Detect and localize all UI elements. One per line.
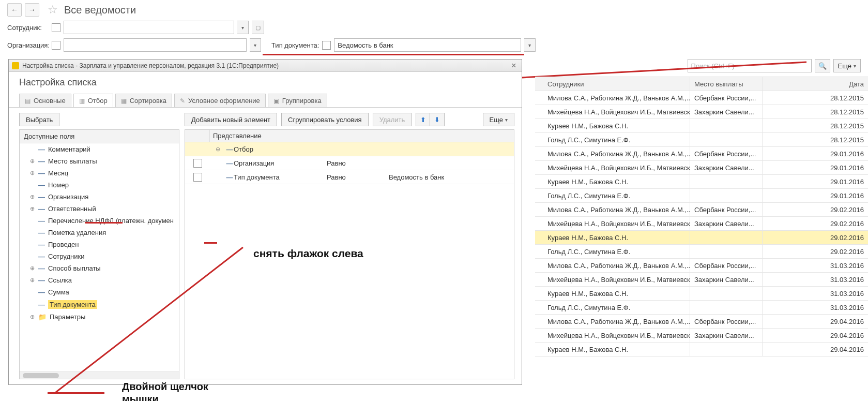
field-item[interactable]: —Тип документа bbox=[20, 298, 179, 311]
field-item[interactable]: —Перечисление НДФЛ (платежн. докумен bbox=[20, 215, 179, 227]
move-up-button[interactable]: ⬆ bbox=[416, 113, 430, 126]
table-row[interactable]: Кураев Н.М., Бажова С.Н.31.03.2016 bbox=[535, 287, 868, 301]
expand-icon[interactable]: ⊕ bbox=[29, 158, 35, 165]
tab-filter[interactable]: ▥Отбор bbox=[73, 94, 113, 107]
expand-icon[interactable]: ⊕ bbox=[29, 314, 35, 320]
favorite-star-icon[interactable]: ☆ bbox=[48, 3, 58, 17]
dialog-title-bar[interactable]: Настройка списка - Зарплата и управление… bbox=[9, 60, 522, 72]
table-row[interactable]: Милова С.А., Работкина Ж.Д., Ваньков А.М… bbox=[535, 259, 868, 273]
cell-date: 28.12.2015 bbox=[763, 119, 868, 132]
search-input[interactable]: Поиск (Ctrl+F) bbox=[688, 59, 812, 72]
horizontal-scrollbar[interactable] bbox=[20, 372, 179, 379]
tab-sort[interactable]: ▦Сортировка bbox=[115, 94, 172, 107]
employee-input[interactable] bbox=[64, 21, 234, 34]
dialog-close-icon[interactable]: × bbox=[509, 61, 519, 70]
field-label: Номер bbox=[48, 181, 69, 189]
add-element-button[interactable]: Добавить новый элемент bbox=[185, 113, 277, 126]
table-row[interactable]: Кураев Н.М., Бажова С.Н.29.04.2016 bbox=[535, 343, 868, 357]
field-item[interactable]: —Сотрудники bbox=[20, 250, 179, 262]
table-row[interactable]: Милова С.А., Работкина Ж.Д., Ваньков А.М… bbox=[535, 91, 868, 105]
expand-icon[interactable]: ⊕ bbox=[29, 194, 35, 200]
table-row[interactable]: Гольд Л.С., Симутина Е.Ф.29.01.2016 bbox=[535, 189, 868, 203]
col-place[interactable]: Место выплаты bbox=[690, 77, 763, 91]
col-date[interactable]: Дата bbox=[763, 77, 868, 91]
field-icon: — bbox=[38, 181, 45, 189]
org-dropdown-icon[interactable]: ▾ bbox=[250, 38, 261, 52]
cell-place: Захаркин Савели... bbox=[690, 329, 763, 342]
cell-date: 31.03.2016 bbox=[763, 259, 868, 272]
doc-type-input[interactable]: Ведомость в банк bbox=[334, 38, 521, 52]
expand-icon[interactable]: ⊕ bbox=[29, 170, 35, 176]
tab-main[interactable]: ▤Основные bbox=[19, 94, 71, 107]
move-down-button[interactable]: ⬇ bbox=[430, 113, 445, 126]
cell-place: Сбербанк России,... bbox=[690, 203, 763, 216]
table-row[interactable]: Милова С.А., Работкина Ж.Д., Ваньков А.М… bbox=[535, 315, 868, 329]
employee-open-icon[interactable]: ▢ bbox=[252, 21, 264, 34]
field-item[interactable]: ⊕📁Параметры bbox=[20, 311, 179, 323]
delete-button[interactable]: Удалить bbox=[373, 113, 412, 126]
expand-icon[interactable]: ⊕ bbox=[29, 265, 35, 272]
field-label: Ответственный bbox=[48, 205, 96, 213]
choose-button[interactable]: Выбрать bbox=[19, 113, 59, 126]
cell-employees: Гольд Л.С., Симутина Е.Ф. bbox=[535, 245, 690, 258]
cell-date: 29.01.2016 bbox=[763, 161, 868, 174]
more-button[interactable]: Еще▾ bbox=[833, 59, 861, 72]
table-row[interactable]: Михейцева Н.А., Войцехович И.Б., Матвиев… bbox=[535, 329, 868, 343]
field-item[interactable]: ⊕—Ответственный bbox=[20, 203, 179, 215]
employee-dropdown-icon[interactable]: ▾ bbox=[237, 21, 249, 34]
doc-type-checkbox[interactable] bbox=[322, 41, 331, 50]
condition-checkbox[interactable] bbox=[193, 173, 202, 182]
table-row[interactable]: Гольд Л.С., Симутина Е.Ф.31.03.2016 bbox=[535, 301, 868, 315]
expand-icon[interactable]: ⊕ bbox=[29, 277, 35, 284]
more-button-dialog[interactable]: Еще ▾ bbox=[483, 113, 514, 126]
field-item[interactable]: —Проведен bbox=[20, 239, 179, 250]
field-item[interactable]: —Сумма bbox=[20, 286, 179, 298]
cell-place: Захаркин Савели... bbox=[690, 161, 763, 174]
table-row[interactable]: Кураев Н.М., Бажова С.Н.28.12.2015 bbox=[535, 119, 868, 133]
cell-employees: Кураев Н.М., Бажова С.Н. bbox=[535, 231, 690, 244]
field-item[interactable]: —Комментарий bbox=[20, 143, 179, 155]
field-icon: — bbox=[38, 276, 45, 284]
table-row[interactable]: Гольд Л.С., Симутина Е.Ф.29.02.2016 bbox=[535, 245, 868, 259]
field-item[interactable]: ⊕—Организация bbox=[20, 191, 179, 203]
employee-checkbox[interactable] bbox=[52, 23, 60, 32]
field-item[interactable]: ⊕—Способ выплаты bbox=[20, 262, 179, 274]
table-row[interactable]: Михейцева Н.А., Войцехович И.Б., Матвиев… bbox=[535, 105, 868, 119]
nav-back-button[interactable]: ← bbox=[7, 3, 22, 17]
table-row[interactable]: Михейцева Н.А., Войцехович И.Б., Матвиев… bbox=[535, 273, 868, 287]
field-label: Сумма bbox=[48, 288, 69, 296]
col-employees[interactable]: Сотрудники bbox=[535, 77, 690, 91]
tab-strip: ▤Основные ▥Отбор ▦Сортировка ✎Условное о… bbox=[9, 92, 522, 108]
table-row[interactable]: Милова С.А., Работкина Ж.Д., Ваньков А.М… bbox=[535, 203, 868, 217]
table-row[interactable]: Михейцева Н.А., Войцехович И.Б., Матвиев… bbox=[535, 161, 868, 175]
page-title: Все ведомости bbox=[64, 4, 136, 16]
org-checkbox[interactable] bbox=[52, 41, 60, 50]
tab-group[interactable]: ▣Группировка bbox=[268, 94, 327, 107]
tab-format[interactable]: ✎Условное оформление bbox=[174, 94, 266, 107]
field-item[interactable]: —Пометка удаления bbox=[20, 227, 179, 239]
doc-type-dropdown-icon[interactable]: ▾ bbox=[524, 38, 536, 52]
field-icon: — bbox=[38, 301, 45, 308]
table-row[interactable]: Гольд Л.С., Симутина Е.Ф.28.12.2015 bbox=[535, 133, 868, 147]
group-conditions-button[interactable]: Сгруппировать условия bbox=[281, 113, 369, 126]
table-row[interactable]: Кураев Н.М., Бажова С.Н.29.02.2016 bbox=[535, 231, 868, 245]
table-row[interactable]: Кураев Н.М., Бажова С.Н.29.01.2016 bbox=[535, 175, 868, 189]
filter-root-row[interactable]: ⊖ — Отбор bbox=[185, 142, 514, 156]
condition-field: Организация bbox=[234, 159, 327, 167]
cell-date: 29.01.2016 bbox=[763, 175, 868, 188]
nav-forward-button[interactable]: → bbox=[25, 3, 39, 17]
table-row[interactable]: Милова С.А., Работкина Ж.Д., Ваньков А.М… bbox=[535, 147, 868, 161]
field-item[interactable]: ⊕—Месяц bbox=[20, 167, 179, 179]
available-fields-list: Доступные поля —Комментарий⊕—Место выпла… bbox=[19, 129, 179, 379]
field-item[interactable]: ⊕—Ссылка bbox=[20, 274, 179, 286]
condition-checkbox[interactable] bbox=[193, 159, 202, 168]
field-item[interactable]: ⊕—Место выплаты bbox=[20, 155, 179, 167]
condition-row[interactable]: —Тип документаРавноВедомость в банк bbox=[185, 170, 514, 184]
search-exec-button[interactable]: 🔍 bbox=[815, 59, 830, 72]
condition-row[interactable]: —ОрганизацияРавно bbox=[185, 156, 514, 170]
field-item[interactable]: —Номер bbox=[20, 179, 179, 191]
cell-place bbox=[690, 133, 763, 146]
org-input[interactable] bbox=[64, 38, 247, 52]
table-row[interactable]: Михейцева Н.А., Войцехович И.Б., Матвиев… bbox=[535, 217, 868, 231]
expand-icon[interactable]: ⊕ bbox=[29, 205, 35, 212]
